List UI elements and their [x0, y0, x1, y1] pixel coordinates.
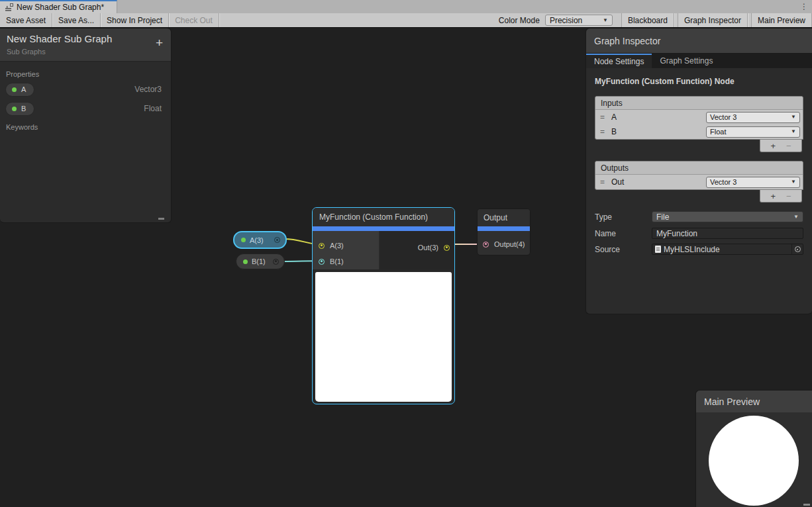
- add-output-button[interactable]: +: [770, 191, 776, 201]
- keywords-section-label: Keywords: [0, 123, 171, 131]
- inspector-tabs: Node Settings Graph Settings: [586, 54, 812, 68]
- main-preview-panel[interactable]: Main Preview: [695, 390, 812, 507]
- graph-canvas[interactable]: New Shader Sub Graph Sub Graphs + Proper…: [0, 28, 812, 507]
- property-node-a[interactable]: A(3): [233, 231, 287, 249]
- add-property-button[interactable]: +: [156, 36, 163, 49]
- property-pill-a[interactable]: A: [5, 83, 34, 97]
- blackboard-panel[interactable]: New Shader Sub Graph Sub Graphs + Proper…: [0, 28, 172, 223]
- drag-handle-icon[interactable]: =: [600, 177, 605, 187]
- color-mode-dropdown[interactable]: Precision ▼: [545, 15, 613, 26]
- property-pill-b[interactable]: B: [5, 102, 34, 116]
- chevron-down-icon: ▼: [793, 214, 799, 220]
- tab-menu-icon[interactable]: ⋮: [800, 1, 808, 12]
- name-field-row: Name MyFunction: [595, 228, 803, 239]
- exposed-dot-icon: [12, 107, 17, 111]
- remove-input-button[interactable]: −: [786, 141, 791, 151]
- property-a-output-port[interactable]: [274, 237, 280, 243]
- inputs-row-a[interactable]: = A Vector 3 ▼: [595, 110, 803, 124]
- save-asset-button[interactable]: Save Asset: [0, 13, 52, 27]
- main-preview-title: Main Preview: [704, 396, 760, 407]
- blackboard-subtitle: Sub Graphs: [7, 48, 164, 56]
- chevron-down-icon: ▼: [791, 115, 796, 120]
- output-port-row-out: Out(3): [418, 244, 450, 252]
- check-out-button: Check Out: [169, 13, 219, 27]
- node-settings-heading: MyFunction (Custom Function) Node: [595, 77, 812, 86]
- shader-graph-icon: [5, 3, 13, 11]
- input-port-b[interactable]: [319, 259, 325, 265]
- output-port-out[interactable]: [444, 245, 450, 251]
- graph-inspector-title: Graph Inspector: [594, 36, 660, 46]
- property-b-output-port[interactable]: [273, 259, 279, 265]
- graph-inspector-toggle-button[interactable]: Graph Inspector: [678, 13, 748, 27]
- source-label: Source: [595, 245, 652, 254]
- input-name: A: [611, 113, 617, 122]
- tab-bar: New Shader Sub Graph* ⋮: [0, 0, 812, 13]
- main-preview-toggle-button[interactable]: Main Preview: [751, 13, 812, 27]
- property-row-a[interactable]: A Vector3: [5, 81, 171, 97]
- color-mode-label: Color Mode: [496, 13, 545, 27]
- outputs-list-header: Outputs: [595, 161, 803, 175]
- outputs-list-footer: + −: [760, 190, 802, 203]
- source-object-field[interactable]: MyHLSLInclude: [652, 244, 803, 255]
- node-title[interactable]: Output: [478, 209, 530, 226]
- type-field-row: Type File ▼: [595, 211, 803, 222]
- inputs-list: Inputs = A Vector 3 ▼ = B Float ▼: [595, 96, 803, 140]
- tab-title: New Shader Sub Graph*: [17, 3, 104, 12]
- chevron-down-icon: ▼: [791, 179, 796, 185]
- exposed-dot-icon: [243, 259, 248, 264]
- output-node[interactable]: Output Output(4): [477, 208, 531, 255]
- node-port-area: A(3) B(1) Out(3): [313, 231, 454, 269]
- node-accent-bar: [313, 226, 454, 231]
- type-dropdown[interactable]: File ▼: [652, 211, 803, 222]
- main-preview-resize-handle[interactable]: [803, 504, 810, 506]
- node-title[interactable]: MyFunction (Custom Function): [313, 208, 454, 226]
- custom-function-node[interactable]: MyFunction (Custom Function) A(3) B(1) O…: [312, 207, 455, 404]
- input-port-a[interactable]: [319, 243, 325, 249]
- input-name: B: [611, 127, 617, 136]
- tab-new-shader-sub-graph[interactable]: New Shader Sub Graph*: [0, 0, 117, 13]
- inputs-list-footer: + −: [760, 140, 802, 152]
- graph-inspector-panel[interactable]: Graph Inspector Node Settings Graph Sett…: [585, 28, 812, 314]
- color-mode-value: Precision: [550, 16, 582, 25]
- inputs-list-header: Inputs: [595, 97, 803, 110]
- chevron-down-icon: ▼: [791, 129, 796, 134]
- input-port-row-output: Output(4): [478, 236, 530, 252]
- property-node-b[interactable]: B(1): [236, 254, 285, 269]
- node-preview[interactable]: [315, 272, 452, 402]
- outputs-list: Outputs = Out Vector 3 ▼: [595, 161, 803, 190]
- drag-handle-icon[interactable]: =: [600, 127, 605, 136]
- property-row-b[interactable]: B Float: [5, 101, 171, 116]
- show-in-project-button[interactable]: Show In Project: [101, 13, 169, 27]
- inputs-row-b[interactable]: = B Float ▼: [595, 124, 803, 139]
- tab-graph-settings[interactable]: Graph Settings: [652, 54, 721, 68]
- save-as-button[interactable]: Save As...: [52, 13, 101, 27]
- outputs-row-out[interactable]: = Out Vector 3 ▼: [595, 175, 803, 189]
- source-field-row: Source MyHLSLInclude: [595, 244, 803, 255]
- input-type-dropdown-a[interactable]: Vector 3 ▼: [706, 112, 800, 123]
- object-picker-icon[interactable]: [791, 244, 803, 254]
- blackboard-title: New Shader Sub Graph: [7, 33, 164, 44]
- blackboard-toggle-button[interactable]: Blackboard: [621, 13, 674, 27]
- drag-handle-icon[interactable]: =: [600, 113, 605, 122]
- input-port-output[interactable]: [483, 242, 489, 248]
- toolbar-spacer: [219, 13, 496, 27]
- tab-node-settings[interactable]: Node Settings: [586, 54, 652, 68]
- chevron-down-icon: ▼: [603, 18, 608, 23]
- blackboard-resize-handle[interactable]: [158, 218, 164, 220]
- name-input[interactable]: MyFunction: [652, 228, 803, 239]
- file-icon: [655, 246, 661, 253]
- output-name: Out: [611, 177, 624, 187]
- blackboard-header: New Shader Sub Graph Sub Graphs +: [0, 28, 171, 62]
- preview-sphere: [709, 416, 799, 506]
- node-input-container: A(3) B(1): [313, 231, 380, 269]
- remove-output-button[interactable]: −: [786, 191, 791, 201]
- name-label: Name: [595, 229, 652, 238]
- main-preview-header: Main Preview: [696, 391, 812, 412]
- exposed-dot-icon: [241, 238, 246, 242]
- input-port-row-a: A(3): [313, 238, 379, 254]
- node-accent-bar: [478, 226, 530, 231]
- output-type-dropdown[interactable]: Vector 3 ▼: [706, 177, 800, 188]
- toolbar: Save Asset Save As... Show In Project Ch…: [0, 13, 812, 28]
- input-type-dropdown-b[interactable]: Float ▼: [706, 126, 800, 138]
- add-input-button[interactable]: +: [770, 141, 776, 151]
